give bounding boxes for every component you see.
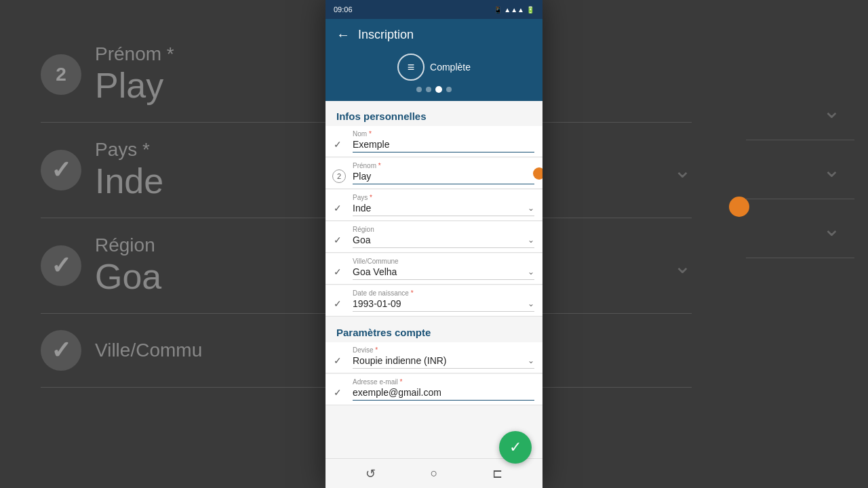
check-devise: ✓ [334, 355, 342, 366]
label-email: Adresse e-mail * [353, 378, 534, 386]
signal-bars: ▲▲▲ [504, 6, 524, 14]
chevron-pays: ⌄ [528, 203, 534, 213]
value-dob[interactable]: 1993-01-09 ⌄ [353, 298, 534, 312]
nav-home-icon: ○ [431, 466, 438, 481]
required-dob: * [411, 289, 414, 297]
bg-right-chevron2: ⌄ [823, 157, 841, 182]
required-pays: * [370, 194, 372, 201]
bg-label-pays: Pays * [95, 139, 163, 161]
field-pays: ✓ Pays * Inde ⌄ [326, 190, 542, 221]
check-dob: ✓ [334, 298, 342, 309]
bg-chevron-region: ⌄ [673, 253, 692, 279]
required-nom: * [369, 130, 372, 138]
phone-screen: 09:06 📱 ▲▲▲ 🔋 ← Inscription ≡ Complète I… [326, 0, 542, 488]
label-prenom: Prénom * [353, 162, 534, 169]
field-ville: ✓ Ville/Commune Goa Velha ⌄ [326, 253, 542, 285]
nav-recent-button[interactable]: ⊏ [488, 464, 507, 483]
step-icon-row: ≡ Complète [397, 54, 471, 81]
field-email-inner: Adresse e-mail * exemple@gmail.com [353, 378, 534, 401]
nav-recent-icon: ⊏ [492, 466, 502, 481]
status-time: 09:06 [334, 5, 353, 14]
step-icon-symbol: ≡ [408, 60, 415, 75]
field-dob-inner: Date de naissance * 1993-01-09 ⌄ [353, 289, 534, 312]
value-prenom[interactable]: Play [353, 171, 534, 184]
label-nom: Nom * [353, 130, 534, 138]
chevron-region: ⌄ [528, 235, 534, 245]
back-button[interactable]: ← [336, 27, 350, 43]
section-account-params: Paramètres compte [326, 317, 542, 342]
value-pays[interactable]: Inde ⌄ [353, 203, 534, 216]
value-ville[interactable]: Goa Velha ⌄ [353, 266, 534, 280]
bg-check-region: ✓ [41, 245, 81, 286]
field-nom: ✓ Nom * Exemple [326, 126, 542, 157]
dot-1 [416, 87, 422, 92]
confirm-icon: ✓ [509, 439, 521, 456]
check-email: ✓ [334, 387, 342, 398]
value-devise[interactable]: Roupie indienne (INR) ⌄ [353, 355, 534, 369]
step-icon: ≡ [397, 54, 425, 81]
field-prenom-inner: Prénom * Play [353, 162, 534, 184]
step-dots [416, 86, 452, 93]
app-header: ← Inscription [326, 19, 542, 48]
bg-value-goa: Goa [95, 256, 161, 297]
bg-right-row3: ⌄ [746, 199, 854, 258]
nav-home-button[interactable]: ○ [425, 464, 443, 483]
label-region: Région [353, 226, 534, 233]
orange-dot-prenom [533, 167, 542, 180]
step-area: ≡ Complète [326, 48, 542, 101]
check-ville: ✓ [334, 266, 342, 277]
bg-label-ville: Ville/Commu [95, 340, 202, 361]
dot-4 [446, 87, 452, 92]
check-region: ✓ [334, 235, 342, 245]
check-nom: ✓ [334, 139, 342, 150]
required-devise: * [375, 346, 378, 354]
chevron-dob: ⌄ [528, 299, 534, 308]
page-title: Inscription [358, 28, 414, 42]
bg-badge-2: 2 [41, 54, 81, 95]
confirm-button[interactable]: ✓ [499, 431, 532, 464]
value-nom[interactable]: Exemple [353, 139, 534, 152]
field-prenom: 2 Prénom * Play [326, 158, 542, 189]
dot-3-active [435, 86, 442, 93]
required-email: * [399, 378, 402, 386]
bg-right-chevron3: ⌄ [823, 216, 841, 241]
phone-icon: 📱 [494, 6, 502, 14]
nav-back-button[interactable]: ↺ [361, 464, 380, 483]
field-region: ✓ Région Goa ⌄ [326, 222, 542, 253]
bg-value-inde: Inde [95, 161, 163, 201]
bg-check-pays: ✓ [41, 150, 81, 190]
step-label: Complète [430, 62, 471, 73]
bg-label-prenom: Prénom * [95, 43, 174, 65]
field-ville-inner: Ville/Commune Goa Velha ⌄ [353, 258, 534, 280]
bg-check-ville: ✓ [41, 330, 81, 371]
value-region[interactable]: Goa ⌄ [353, 235, 534, 248]
field-region-inner: Région Goa ⌄ [353, 226, 534, 248]
bg-label-region: Région [95, 235, 161, 256]
required-prenom: * [378, 162, 381, 169]
chevron-devise: ⌄ [528, 356, 534, 365]
bg-value-play: Play [95, 65, 174, 106]
field-nom-inner: Nom * Exemple [353, 130, 534, 152]
dot-2 [426, 87, 431, 92]
field-email: ✓ Adresse e-mail * exemple@gmail.com [326, 374, 542, 405]
field-pays-inner: Pays * Inde ⌄ [353, 194, 534, 216]
orange-indicator-right [729, 197, 749, 217]
section-personal-info: Infos personnelles [326, 101, 542, 126]
label-ville: Ville/Commune [353, 258, 534, 265]
bg-right-chevron1: ⌄ [823, 98, 841, 123]
field-devise: ✓ Devise * Roupie indienne (INR) ⌄ [326, 342, 542, 373]
label-pays: Pays * [353, 194, 534, 201]
num-prenom: 2 [332, 169, 346, 183]
field-dob: ✓ Date de naissance * 1993-01-09 ⌄ [326, 285, 542, 317]
value-email[interactable]: exemple@gmail.com [353, 387, 534, 401]
battery-icon: 🔋 [526, 6, 534, 14]
nav-back-icon: ↺ [366, 466, 376, 481]
label-dob: Date de naissance * [353, 289, 534, 297]
bg-right-row1: ⌄ [746, 81, 854, 140]
status-icons: 📱 ▲▲▲ 🔋 [494, 6, 534, 14]
label-devise: Devise * [353, 346, 534, 354]
background-right: ⌄ ⌄ ⌄ [732, 0, 868, 488]
form-content: Infos personnelles ✓ Nom * Exemple 2 Pré… [326, 101, 542, 458]
bg-right-row2: ⌄ [746, 140, 854, 199]
chevron-ville: ⌄ [528, 267, 534, 277]
